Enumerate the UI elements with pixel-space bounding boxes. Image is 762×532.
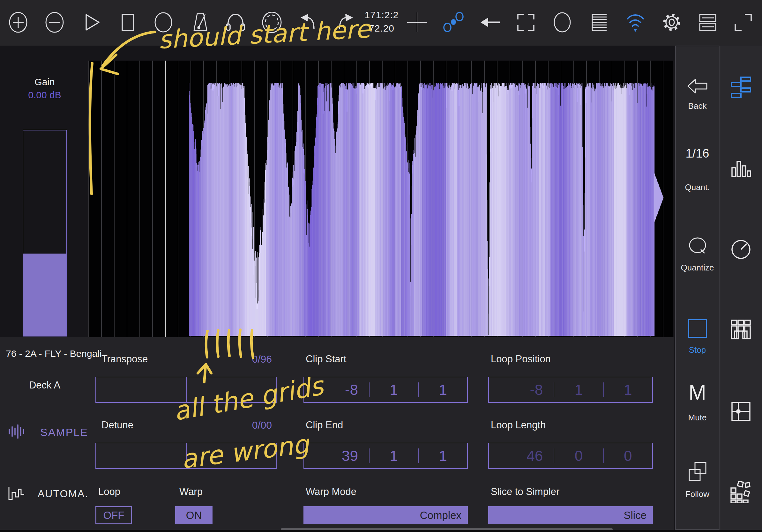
list-rows-icon[interactable] bbox=[588, 12, 610, 33]
clip-name: 76 - 2A - FLY - Bengali bbox=[6, 348, 102, 359]
stop-icon[interactable] bbox=[117, 12, 138, 33]
redo-icon[interactable] bbox=[333, 12, 354, 33]
back-arrow-icon[interactable] bbox=[479, 12, 501, 33]
follow-label: Follow bbox=[675, 489, 720, 499]
mute-letter: M bbox=[675, 380, 720, 404]
sample-waveform-icon bbox=[8, 424, 26, 439]
clip-end-label: Clip End bbox=[306, 420, 343, 431]
back-button[interactable]: Back bbox=[675, 78, 720, 111]
loop-length-beats: 0 bbox=[554, 447, 603, 464]
warp-label: Warp bbox=[179, 486, 203, 498]
automation-icon bbox=[8, 485, 26, 502]
loop-position-bars: -8 bbox=[489, 381, 554, 398]
expand-corners-icon[interactable] bbox=[732, 12, 754, 33]
loop-length-sixteenths: 0 bbox=[604, 447, 652, 464]
link-dots-icon[interactable] bbox=[443, 12, 464, 33]
quantize-icon bbox=[687, 237, 708, 256]
meter-bars-icon[interactable] bbox=[730, 157, 752, 179]
quantize-grid-label: Quant. bbox=[675, 182, 720, 192]
session-record-icon[interactable] bbox=[261, 12, 283, 33]
detune-label: Detune bbox=[102, 420, 133, 431]
crosshair-icon[interactable] bbox=[406, 12, 428, 33]
warp-mode-select[interactable]: Complex bbox=[303, 506, 468, 524]
frame-corners-icon[interactable] bbox=[515, 12, 537, 33]
mute-label: Mute bbox=[675, 413, 720, 423]
loop-length-label: Loop Length bbox=[491, 420, 546, 431]
link-wifi-icon[interactable] bbox=[625, 12, 646, 33]
warp-mode-label: Warp Mode bbox=[306, 486, 356, 498]
detune-range-hint: 0/00 bbox=[223, 420, 272, 431]
detune-slider[interactable] bbox=[95, 443, 277, 469]
waveform-canvas[interactable] bbox=[88, 61, 673, 337]
loop-position-label: Loop Position bbox=[491, 353, 551, 365]
record-icon[interactable] bbox=[153, 12, 174, 33]
clip-start-value[interactable]: -8 1 1 bbox=[303, 377, 468, 403]
deck-label: Deck A bbox=[0, 379, 89, 391]
stop-label: Stop bbox=[675, 345, 720, 355]
xy-pan-icon[interactable] bbox=[730, 401, 752, 422]
loop-length-bars: 46 bbox=[489, 447, 554, 464]
loop-circle-icon[interactable] bbox=[551, 12, 573, 33]
clip-end-bars: 39 bbox=[304, 447, 369, 464]
loop-length-value[interactable]: 46 0 0 bbox=[488, 443, 653, 469]
quantize-button[interactable]: Quantize bbox=[675, 237, 720, 273]
view-rail bbox=[720, 46, 762, 530]
slice-button[interactable]: Slice bbox=[488, 506, 653, 524]
clip-start-beats: 1 bbox=[369, 381, 418, 398]
transport-sidebar bbox=[675, 46, 720, 530]
song-position-display[interactable]: 171:2:2 72.20 bbox=[353, 8, 410, 35]
scatter-pads-icon[interactable] bbox=[730, 481, 752, 503]
back-icon bbox=[687, 78, 708, 94]
clip-end-beats: 1 bbox=[369, 447, 418, 464]
clip-parameters-panel bbox=[0, 337, 674, 530]
clip-start-label: Clip Start bbox=[306, 353, 346, 365]
loop-position-sixteenths: 1 bbox=[604, 381, 652, 398]
loop-position-value[interactable]: -8 1 1 bbox=[488, 377, 653, 403]
drum-pads-icon[interactable] bbox=[730, 319, 752, 341]
loop-position-beats: 1 bbox=[554, 381, 603, 398]
warp-toggle-button[interactable]: ON bbox=[175, 506, 212, 524]
back-label: Back bbox=[675, 101, 720, 111]
mute-button[interactable]: M Mute bbox=[675, 380, 720, 423]
settings-gear-icon[interactable] bbox=[661, 12, 683, 33]
bottom-edge bbox=[0, 530, 762, 532]
playhead-line bbox=[165, 61, 166, 337]
song-position: 171:2:2 bbox=[353, 8, 410, 22]
add-circle-icon[interactable] bbox=[7, 12, 29, 33]
gain-label: Gain bbox=[13, 77, 77, 87]
sampler-screen: 171:2:2 72.20 bbox=[0, 0, 762, 532]
gain-value: 0.00 dB bbox=[13, 90, 77, 100]
gain-fader-fill bbox=[23, 253, 66, 336]
tempo: 72.20 bbox=[353, 22, 410, 35]
quantize-label: Quantize bbox=[675, 263, 720, 273]
transpose-label: Transpose bbox=[102, 353, 148, 365]
waveform-display[interactable] bbox=[88, 61, 673, 337]
remove-circle-icon[interactable] bbox=[44, 12, 65, 33]
split-rows-icon[interactable] bbox=[697, 12, 719, 33]
clip-start-sixteenths: 1 bbox=[419, 381, 467, 398]
metronome-icon[interactable] bbox=[190, 12, 211, 33]
loop-label: Loop bbox=[98, 486, 120, 498]
stop-square-icon bbox=[687, 318, 708, 339]
play-icon[interactable] bbox=[81, 12, 103, 33]
transpose-slider[interactable] bbox=[95, 377, 277, 403]
clip-end-value[interactable]: 39 1 1 bbox=[303, 443, 468, 469]
slice-to-simpler-label: Slice to Simpler bbox=[491, 486, 559, 498]
tab-sample[interactable]: SAMPLE bbox=[40, 426, 88, 438]
tab-automation[interactable]: AUTOMA. bbox=[38, 488, 88, 500]
clip-start-bars: -8 bbox=[304, 381, 369, 398]
headphones-icon[interactable] bbox=[225, 12, 246, 33]
follow-icon bbox=[687, 461, 708, 482]
quantize-grid-value[interactable]: 1/16 bbox=[675, 147, 720, 161]
clip-end-sixteenths: 1 bbox=[419, 447, 467, 464]
follow-button[interactable]: Follow bbox=[675, 461, 720, 499]
gain-fader[interactable] bbox=[23, 130, 67, 337]
loop-toggle-button[interactable]: OFF bbox=[95, 506, 132, 524]
toolbar: 171:2:2 72.20 bbox=[0, 0, 762, 46]
tempo-dial-icon[interactable] bbox=[730, 238, 752, 260]
transpose-range-hint: 0/96 bbox=[223, 353, 272, 365]
undo-icon[interactable] bbox=[299, 12, 321, 33]
clips-view-icon[interactable] bbox=[730, 76, 752, 98]
stop-clip-button[interactable]: Stop bbox=[675, 318, 720, 355]
